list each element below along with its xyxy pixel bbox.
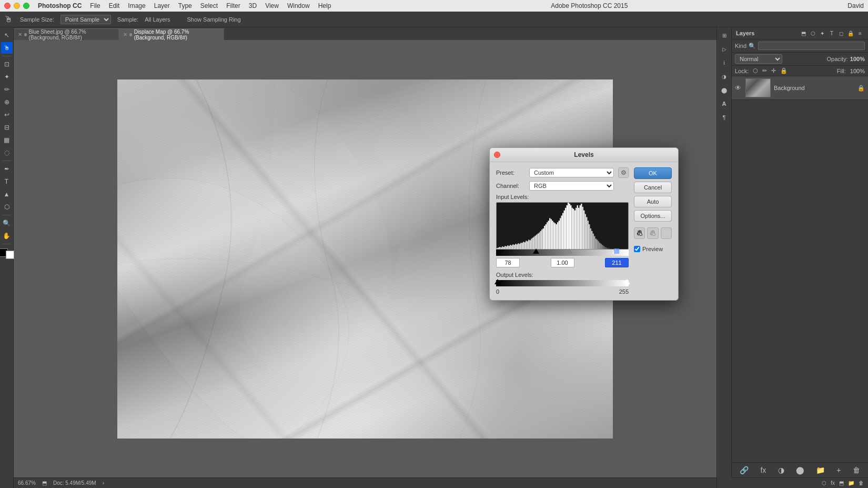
tool-text[interactable]: T	[1, 176, 13, 187]
tool-hand[interactable]: ✋	[1, 230, 13, 242]
sample-size-select[interactable]: Point Sample	[60, 15, 111, 24]
options-button[interactable]: Options...	[634, 210, 672, 222]
panel-icon-channels[interactable]: ⬡	[809, 29, 816, 37]
menu-3d[interactable]: 3D	[249, 2, 257, 9]
tool-eyedropper[interactable]: 🖱	[1, 42, 13, 54]
tool-healing[interactable]: ✦	[1, 71, 13, 83]
lock-paint-icon[interactable]: ✏	[762, 67, 767, 74]
channel-select[interactable]: RGB Red Green Blue	[529, 181, 614, 191]
link-layers-btn[interactable]: 🔗	[739, 465, 750, 475]
status-icon-3[interactable]: ⬒	[839, 480, 844, 486]
status-icon-2[interactable]: fx	[831, 480, 835, 486]
tab-displace-map[interactable]: ✕ Displace Map @ 66.7% (Background, RGB/…	[119, 28, 224, 40]
input-black-handle[interactable]	[533, 248, 539, 254]
preview-checkbox[interactable]	[634, 246, 640, 252]
close-button[interactable]	[4, 3, 11, 9]
cancel-button[interactable]: Cancel	[634, 182, 672, 193]
grey-eyedropper[interactable]: 🖏	[647, 227, 658, 239]
add-mask-btn[interactable]: ◑	[777, 465, 785, 475]
tool-history-brush[interactable]: ↩	[1, 109, 13, 121]
sidebar-icon-info[interactable]: i	[719, 57, 730, 68]
output-slider-track[interactable]	[496, 280, 629, 286]
status-icon-4[interactable]: 📁	[848, 480, 854, 486]
sidebar-icon-color[interactable]: ◑	[719, 71, 730, 82]
tool-path-select[interactable]: ▲	[1, 188, 13, 200]
menu-layer[interactable]: Layer	[154, 2, 170, 9]
tool-dodge[interactable]: ◌	[1, 147, 13, 158]
menu-file[interactable]: File	[90, 2, 100, 9]
input-mid-handle[interactable]	[566, 248, 572, 254]
panel-icon-lock[interactable]: 🔒	[847, 29, 854, 37]
ok-button[interactable]: OK	[634, 167, 672, 179]
panel-icon-adjust[interactable]: ✦	[819, 29, 826, 37]
input-black-value[interactable]: 78	[496, 258, 520, 267]
black-eyedropper[interactable]: 🖏	[634, 227, 645, 239]
svg-rect-76	[597, 240, 598, 249]
menu-image[interactable]: Image	[128, 2, 145, 9]
menu-type[interactable]: Type	[178, 2, 192, 9]
tool-shape[interactable]: ⬡	[1, 201, 13, 213]
options-bar: 🖱 Sample Size: Point Sample Sample: All …	[0, 12, 868, 27]
svg-rect-33	[540, 231, 542, 249]
add-group-btn[interactable]: 📁	[815, 465, 826, 475]
lock-all-icon[interactable]: 🔒	[780, 67, 788, 74]
auto-button[interactable]: Auto	[634, 196, 672, 207]
tab-close-2[interactable]: ✕	[123, 32, 127, 37]
preset-gear-button[interactable]: ⚙	[618, 167, 629, 178]
add-style-btn[interactable]: fx	[759, 465, 767, 475]
preset-select[interactable]: Custom Default	[529, 168, 614, 177]
output-black-handle[interactable]	[494, 279, 501, 284]
tool-crop[interactable]: ⊡	[1, 58, 13, 70]
input-white-handle[interactable]	[612, 248, 619, 254]
tool-gradient[interactable]: ▦	[1, 134, 13, 146]
panel-icon-filter[interactable]: ⬒	[800, 29, 807, 37]
sidebar-icon-char[interactable]: A	[719, 98, 730, 109]
menu-filter[interactable]: Filter	[226, 2, 240, 9]
sidebar-icon-adjust[interactable]: ⬤	[719, 84, 730, 96]
add-adjustment-btn[interactable]: ⬤	[795, 465, 805, 475]
status-icon-1[interactable]: ⬡	[822, 480, 826, 486]
tool-move[interactable]: ↖	[1, 29, 13, 41]
menu-edit[interactable]: Edit	[109, 2, 120, 9]
dialog-close[interactable]	[494, 152, 500, 158]
panel-icon-shape[interactable]: ◻	[837, 29, 845, 37]
minimize-button[interactable]	[14, 3, 20, 9]
menu-window[interactable]: Window	[287, 2, 310, 9]
input-mid-value[interactable]: 1.00	[551, 258, 574, 267]
left-toolbar: ↖ 🖱 ⊡ ✦ ✏ ⊕ ↩ ⊟ ▦ ◌ ✒ T ▲ ⬡ 🔍 ✋	[0, 27, 14, 488]
delete-layer-btn[interactable]: 🗑	[852, 465, 861, 475]
doc-arrow[interactable]: ›	[103, 480, 104, 486]
sidebar-icon-1[interactable]: ⊞	[719, 29, 730, 41]
zoom-icon[interactable]: ⬒	[42, 480, 47, 486]
sidebar-icon-para[interactable]: ¶	[719, 112, 730, 123]
traffic-lights	[4, 3, 29, 9]
add-layer-btn[interactable]: +	[835, 465, 842, 475]
lock-pixels-icon[interactable]: ⬡	[753, 67, 758, 74]
panel-icon-more[interactable]: ≡	[856, 29, 864, 37]
panel-icon-text[interactable]: T	[828, 29, 835, 37]
tab-close-1[interactable]: ✕	[18, 32, 22, 37]
input-slider-track[interactable]	[496, 250, 629, 256]
svg-rect-38	[547, 222, 548, 249]
tool-eraser[interactable]: ⊟	[1, 122, 13, 133]
menu-select[interactable]: Select	[200, 2, 218, 9]
white-eyedropper[interactable]: 🖏	[661, 227, 672, 239]
input-white-value[interactable]: 211	[605, 258, 629, 267]
sidebar-icon-2[interactable]: ▷	[719, 43, 730, 55]
lock-move-icon[interactable]: ✛	[771, 67, 776, 74]
layer-item-background[interactable]: 👁 Background 🔒	[732, 76, 868, 100]
menu-view[interactable]: View	[265, 2, 279, 9]
output-white-handle[interactable]	[624, 279, 630, 284]
status-icon-5[interactable]: 🗑	[859, 480, 864, 486]
blend-mode-select[interactable]: Normal Multiply Screen	[735, 54, 782, 64]
menu-help[interactable]: Help	[318, 2, 331, 9]
tool-zoom[interactable]: 🔍	[1, 217, 13, 229]
tool-brush[interactable]: ✏	[1, 84, 13, 95]
background-color[interactable]	[6, 251, 14, 259]
layer-visibility-icon[interactable]: 👁	[735, 84, 742, 92]
tab-blue-sheet[interactable]: ✕ Blue Sheet.jpg @ 66.7% (Background, RG…	[14, 28, 119, 40]
maximize-button[interactable]	[23, 3, 29, 9]
layers-search-input[interactable]	[758, 42, 865, 50]
tool-pen[interactable]: ✒	[1, 163, 13, 175]
tool-clone[interactable]: ⊕	[1, 96, 13, 108]
